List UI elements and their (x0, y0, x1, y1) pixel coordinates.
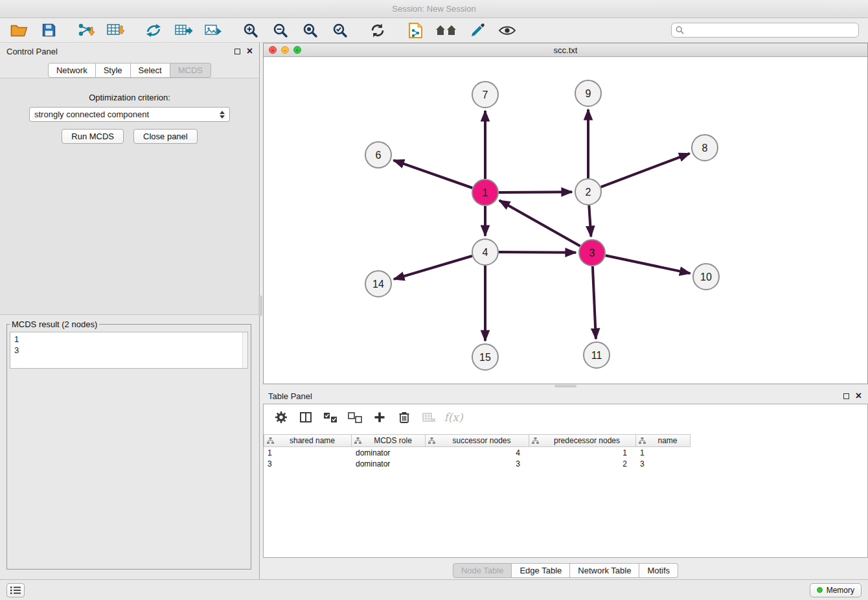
panel-splitter-handle[interactable] (258, 295, 262, 316)
edge-3-1[interactable] (499, 200, 580, 246)
home-button[interactable] (435, 21, 457, 40)
edge-3-10[interactable] (606, 255, 691, 273)
control-panel-title: Control Panel (6, 47, 228, 56)
zoom-selected-button[interactable] (330, 21, 350, 40)
import-table-button[interactable] (106, 21, 126, 40)
table-cell: 3 (264, 459, 352, 468)
node-6[interactable]: 6 (365, 142, 391, 168)
search-input[interactable] (671, 23, 859, 38)
table-row[interactable]: 1dominator411 (264, 447, 867, 458)
close-table-panel-icon[interactable]: × (856, 391, 862, 401)
table-tab-edge-table[interactable]: Edge Table (512, 563, 570, 578)
duplicate-network-view-button[interactable] (405, 21, 425, 40)
node-8[interactable]: 8 (692, 135, 718, 161)
table-row[interactable]: 3dominator323 (264, 458, 867, 469)
delete-table-button[interactable] (420, 409, 437, 426)
node-7[interactable]: 7 (472, 82, 498, 108)
edge-1-6[interactable] (394, 160, 473, 188)
zoom-in-button[interactable] (241, 21, 260, 40)
column-header-name[interactable]: name (636, 434, 691, 447)
zoom-out-icon (273, 23, 288, 38)
tab-select[interactable]: Select (131, 63, 170, 78)
show-hide-graphics-button[interactable] (497, 21, 517, 40)
result-scrollbar[interactable] (242, 332, 247, 368)
network-canvas[interactable]: 7968124310141511 (264, 57, 867, 384)
tab-style[interactable]: Style (96, 63, 131, 78)
dropdown-stepper-icon (220, 111, 225, 119)
zoom-fit-button[interactable] (301, 21, 320, 40)
optimization-criterion-dropdown[interactable]: strongly connected component (29, 107, 230, 122)
table-tab-network-table[interactable]: Network Table (570, 563, 639, 578)
export-image-icon (204, 23, 222, 38)
svg-text:15: 15 (479, 352, 491, 363)
open-session-button[interactable] (9, 21, 29, 40)
tab-network[interactable]: Network (48, 63, 96, 78)
run-mcds-button[interactable]: Run MCDS (62, 129, 124, 144)
save-session-button[interactable] (39, 21, 58, 40)
search-icon (676, 26, 684, 34)
column-header-shared-name[interactable]: shared name (264, 434, 352, 447)
paint-button[interactable] (468, 21, 487, 40)
network-document-icon (407, 22, 424, 39)
node-9[interactable]: 9 (575, 80, 601, 106)
table-cell: 1 (529, 448, 636, 457)
node-3[interactable]: 3 (579, 240, 605, 266)
function-builder-button[interactable]: f(x) (445, 409, 462, 426)
edge-1-2[interactable] (499, 192, 572, 192)
import-network-button[interactable] (76, 21, 96, 40)
edge-2-8[interactable] (601, 154, 690, 187)
import-network-icon (76, 23, 96, 38)
float-table-panel-icon[interactable] (843, 393, 849, 399)
splitter-handle[interactable] (554, 385, 577, 387)
node-2[interactable]: 2 (575, 179, 601, 205)
table-tab-node-table[interactable]: Node Table (453, 563, 512, 578)
node-1[interactable]: 1 (472, 179, 498, 205)
export-network-button[interactable] (144, 21, 163, 40)
minimize-window-icon[interactable]: − (281, 46, 289, 54)
eye-icon (498, 24, 516, 37)
svg-text:2: 2 (586, 187, 591, 198)
close-panel-button[interactable]: Close panel (133, 129, 198, 144)
edge-4-3[interactable] (499, 252, 576, 253)
tab-mcds[interactable]: MCDS (170, 63, 211, 78)
status-bar: Memory (0, 579, 868, 600)
node-10[interactable]: 10 (693, 264, 719, 290)
refresh-view-button[interactable] (368, 21, 387, 40)
table-tab-motifs[interactable]: Motifs (639, 563, 678, 578)
zoom-out-button[interactable] (271, 21, 290, 40)
node-14[interactable]: 14 (365, 271, 391, 297)
node-15[interactable]: 15 (472, 344, 498, 370)
add-column-button[interactable] (371, 409, 388, 426)
show-columns-button[interactable] (297, 409, 314, 426)
table-panel-title: Table Panel (268, 391, 837, 401)
network-graph[interactable]: 7968124310141511 (264, 57, 867, 383)
zoom-window-icon[interactable]: + (293, 46, 301, 54)
memory-button[interactable]: Memory (810, 583, 862, 597)
close-window-icon[interactable]: × (269, 46, 277, 54)
table-settings-button[interactable] (273, 409, 290, 426)
delete-column-button[interactable] (396, 409, 413, 426)
task-history-button[interactable] (6, 583, 25, 597)
fx-icon: f(x) (444, 411, 463, 424)
node-4[interactable]: 4 (472, 239, 498, 265)
network-window-titlebar[interactable]: × − + scc.txt (264, 43, 867, 57)
deselect-all-button[interactable] (347, 409, 363, 426)
float-panel-icon[interactable] (234, 49, 240, 54)
delete-table-icon (422, 413, 436, 422)
select-all-button[interactable] (322, 409, 339, 426)
close-panel-icon[interactable]: × (247, 46, 253, 56)
edge-3-11[interactable] (593, 266, 596, 339)
zoom-selected-icon (332, 23, 348, 38)
export-table-button[interactable] (174, 21, 193, 40)
edge-4-14[interactable] (394, 256, 472, 279)
export-image-button[interactable] (203, 21, 223, 40)
svg-text:10: 10 (700, 271, 712, 283)
svg-text:14: 14 (372, 279, 384, 290)
mcds-result-text[interactable]: 1 3 (10, 332, 248, 369)
column-header-successor-nodes[interactable]: successor nodes (426, 434, 529, 447)
edge-2-3[interactable] (589, 205, 591, 237)
node-11[interactable]: 11 (584, 342, 610, 368)
column-header-mcds-role[interactable]: MCDS role (352, 434, 426, 447)
svg-text:1: 1 (483, 187, 488, 198)
column-header-predecessor-nodes[interactable]: predecessor nodes (529, 434, 636, 447)
